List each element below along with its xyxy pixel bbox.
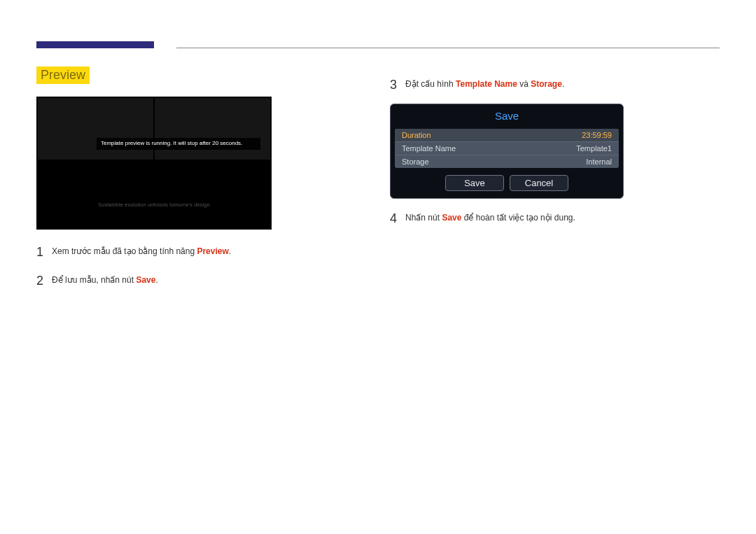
step-text-pre: Đặt cấu hình: [405, 79, 456, 89]
preview-screenshot: Template preview is running. It will sto…: [36, 97, 272, 230]
save-dialog: Save Duration 23:59:59 Template Name Tem…: [390, 104, 624, 199]
header-divider: [176, 48, 720, 48]
step-text-post: .: [229, 246, 231, 256]
save-row-label: Template Name: [402, 144, 456, 153]
save-dialog-buttons: Save Cancel: [391, 175, 623, 191]
step-4: 4 Nhấn nút Save để hoàn tất việc tạo nội…: [390, 209, 712, 229]
save-dialog-table: Duration 23:59:59 Template Name Template…: [395, 129, 619, 168]
step-text-post: để hoàn tất việc tạo nội dung.: [461, 213, 575, 223]
save-row-value: Template1: [576, 144, 612, 153]
step-text-post: .: [562, 79, 564, 89]
keyword-template-name: Template Name: [456, 79, 517, 89]
left-steps: 1 Xem trước mẫu đã tạo bằng tính năng Pr…: [36, 242, 358, 291]
preview-top-panes: [37, 97, 271, 160]
preview-caption: New town interior design: [37, 174, 271, 199]
left-column: Preview Template preview is running. It …: [36, 66, 358, 300]
preview-pane-left: [37, 97, 154, 160]
step-text: Xem trước mẫu đã tạo bằng tính năng Prev…: [52, 242, 231, 258]
preview-running-message: Template preview is running. It will sto…: [97, 138, 260, 150]
step-1: 1 Xem trước mẫu đã tạo bằng tính năng Pr…: [36, 242, 358, 262]
header-accent-bar: [36, 41, 154, 48]
save-row-value: 23:59:59: [582, 131, 612, 139]
save-dialog-title: Save: [391, 104, 623, 127]
right-column: 3 Đặt cấu hình Template Name và Storage.…: [390, 66, 712, 300]
step-number: 1: [36, 242, 52, 262]
step-text: Nhấn nút Save để hoàn tất việc tạo nội d…: [405, 209, 575, 225]
content-columns: Preview Template preview is running. It …: [36, 66, 720, 300]
section-title: Preview: [36, 66, 90, 84]
header: [36, 24, 720, 38]
preview-pane-right: [154, 97, 271, 160]
preview-caption-line2: interior design: [37, 187, 271, 199]
keyword-save: Save: [442, 213, 461, 223]
preview-caption-line1: New town: [37, 174, 271, 187]
step-number: 3: [390, 75, 405, 95]
keyword-save: Save: [136, 275, 155, 285]
step-text-pre: Nhấn nút: [405, 213, 442, 223]
preview-subcaption: Sustainble evolution unfolods tomorrw's …: [37, 202, 271, 208]
cancel-button[interactable]: Cancel: [510, 175, 568, 191]
keyword-preview: Preview: [197, 246, 228, 256]
step-text: Để lưu mẫu, nhấn nút Save.: [52, 271, 158, 287]
step-text-pre: Để lưu mẫu, nhấn nút: [52, 275, 136, 285]
save-row-value: Internal: [586, 157, 612, 166]
save-row-storage[interactable]: Storage Internal: [395, 155, 619, 168]
step-3: 3 Đặt cấu hình Template Name và Storage.: [390, 75, 712, 95]
step-text: Đặt cấu hình Template Name và Storage.: [405, 75, 564, 91]
step-text-pre: Xem trước mẫu đã tạo bằng tính năng: [52, 246, 197, 256]
save-row-label: Duration: [402, 131, 431, 139]
section-title-wrap: Preview: [36, 66, 358, 84]
step-2: 2 Để lưu mẫu, nhấn nút Save.: [36, 271, 358, 291]
step-text-mid: và: [517, 79, 531, 89]
step-text-post: .: [155, 275, 158, 285]
step-number: 2: [36, 271, 52, 291]
save-row-duration[interactable]: Duration 23:59:59: [395, 129, 619, 142]
save-row-label: Storage: [402, 157, 429, 166]
save-button[interactable]: Save: [445, 175, 504, 191]
save-row-template-name[interactable]: Template Name Template1: [395, 142, 619, 155]
step-number: 4: [390, 209, 405, 229]
keyword-storage: Storage: [531, 79, 562, 89]
